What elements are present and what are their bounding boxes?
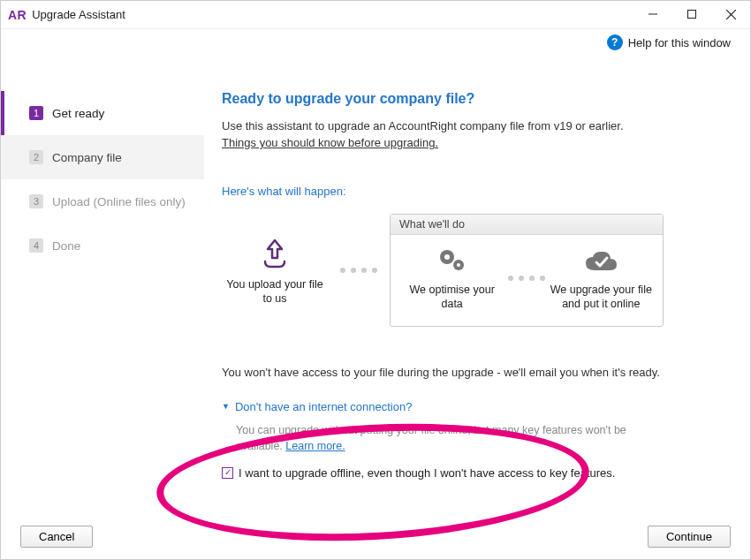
flow-step-upgrade: We upgrade your file and put it online <box>548 246 654 312</box>
title-bar: AR Upgrade Assistant <box>1 1 750 29</box>
step-number: 2 <box>29 150 43 164</box>
flow-caption: We upgrade your file and put it online <box>548 283 654 312</box>
step-done[interactable]: 4 Done <box>1 223 204 268</box>
app-logo: AR <box>8 8 27 22</box>
offline-checkbox-row[interactable]: ✓ I want to upgrade offline, even though… <box>222 466 724 480</box>
learn-more-link[interactable]: Learn more. <box>285 440 345 452</box>
svg-rect-1 <box>688 11 696 19</box>
page-heading: Ready to upgrade your company file? <box>222 91 724 107</box>
svg-point-5 <box>444 254 450 260</box>
what-we-do-box: What we'll do We optimise your data <box>390 214 664 327</box>
step-company-file[interactable]: 2 Company file <box>1 135 204 179</box>
cancel-button[interactable]: Cancel <box>20 526 93 548</box>
minimize-button[interactable] <box>633 1 672 27</box>
expander-body: You can upgrade without putting your fil… <box>222 422 646 454</box>
help-bar: ? Help for this window <box>1 29 750 56</box>
process-flow: You upload your file to us What we'll do <box>222 214 724 327</box>
window-title: Upgrade Assistant <box>32 8 125 21</box>
content-area: 1 Get ready 2 Company file 3 Upload (Onl… <box>1 56 750 513</box>
gears-icon <box>435 246 470 277</box>
flow-caption: You upload your file to us <box>222 277 328 306</box>
step-label: Get ready <box>52 107 104 120</box>
step-number: 4 <box>29 238 43 253</box>
help-link[interactable]: Help for this window <box>628 36 731 49</box>
expander-title: Don't have an internet connection? <box>235 400 413 413</box>
step-upload[interactable]: 3 Upload (Online files only) <box>1 179 204 223</box>
subheading: Here's what will happen: <box>222 185 724 198</box>
main-panel: Ready to upgrade your company file? Use … <box>204 56 750 513</box>
intro-text: Use this assistant to upgrade an Account… <box>222 119 724 132</box>
window-controls <box>633 1 750 27</box>
svg-point-7 <box>457 263 460 267</box>
step-label: Upload (Online files only) <box>52 195 186 208</box>
step-label: Company file <box>52 151 122 164</box>
step-get-ready[interactable]: 1 Get ready <box>1 91 204 135</box>
flow-caption: We optimise your data <box>399 283 505 312</box>
step-label: Done <box>52 239 80 253</box>
cloud-check-icon <box>581 246 620 277</box>
footer-bar: Cancel Continue <box>1 513 750 559</box>
access-note: You won't have access to your file durin… <box>222 366 724 379</box>
chevron-down-icon: ▼ <box>222 402 230 411</box>
things-to-know-link[interactable]: Things you should know before upgrading. <box>222 136 438 149</box>
wizard-sidebar: 1 Get ready 2 Company file 3 Upload (Onl… <box>1 56 204 513</box>
flow-dots <box>508 276 545 281</box>
continue-button[interactable]: Continue <box>648 526 731 548</box>
expander-toggle[interactable]: ▼ Don't have an internet connection? <box>222 400 724 413</box>
maximize-button[interactable] <box>672 1 711 27</box>
close-button[interactable] <box>711 1 750 27</box>
flow-dots <box>340 268 377 273</box>
checkbox-label: I want to upgrade offline, even though I… <box>239 466 615 480</box>
step-number: 3 <box>29 194 43 208</box>
flow-step-optimise: We optimise your data <box>399 246 505 312</box>
flow-step-upload: You upload your file to us <box>222 235 328 306</box>
flow-box-header: What we'll do <box>391 215 663 235</box>
checkbox-icon[interactable]: ✓ <box>222 467 233 479</box>
help-icon: ? <box>607 34 623 50</box>
upload-icon <box>256 235 293 272</box>
step-number: 1 <box>29 106 43 120</box>
offline-expander: ▼ Don't have an internet connection? You… <box>222 400 724 480</box>
